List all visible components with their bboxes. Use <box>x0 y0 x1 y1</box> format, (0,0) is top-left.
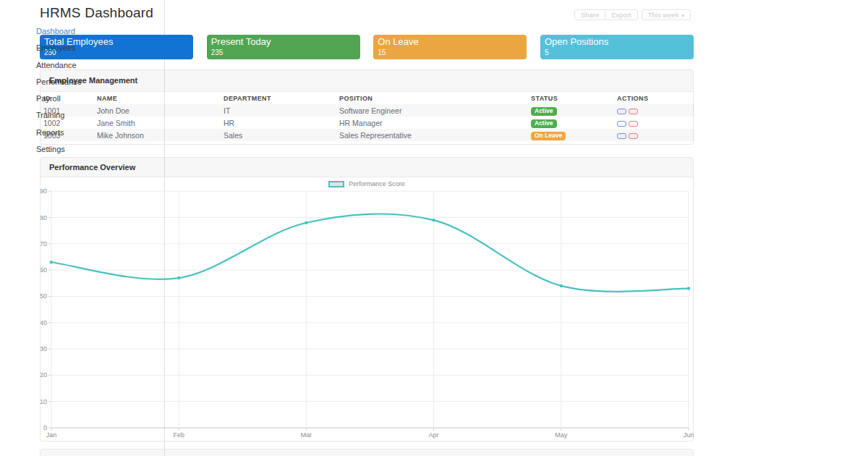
employee-table: IDNAMEDEPARTMENTPOSITIONSTATUSACTIONS 10… <box>41 92 694 141</box>
cell-position: Software Engineer <box>336 104 528 117</box>
table-row: 1001John DoeITSoftware EngineerActive <box>41 104 694 117</box>
cell-status: Active <box>528 117 614 129</box>
performance-overview-card: Performance Overview Performance Score 0… <box>40 157 694 442</box>
svg-text:Jun: Jun <box>684 431 694 439</box>
svg-text:80: 80 <box>41 214 47 221</box>
stat-card-title: Present Today <box>211 36 356 47</box>
export-button[interactable]: Export <box>605 9 637 20</box>
employee-management-card: Employee Management IDNAMEDEPARTMENTPOSI… <box>40 69 694 145</box>
performance-overview-title: Performance Overview <box>41 158 693 177</box>
employee-table-head: IDNAMEDEPARTMENTPOSITIONSTATUSACTIONS <box>41 92 694 104</box>
svg-text:Mar: Mar <box>301 431 312 439</box>
svg-text:60: 60 <box>41 266 47 274</box>
svg-text:Feb: Feb <box>173 431 184 439</box>
period-dropdown-label: This week <box>648 11 679 19</box>
svg-text:50: 50 <box>41 292 47 300</box>
cell-name: Jane Smith <box>94 117 221 129</box>
chevron-down-icon: ▾ <box>681 13 684 18</box>
svg-text:0: 0 <box>43 424 47 431</box>
cell-actions <box>614 117 694 129</box>
delete-button[interactable] <box>629 109 638 114</box>
stat-card-title: Open Positions <box>545 36 689 47</box>
cell-position: Sales Representative <box>336 129 528 141</box>
sidebar-item-reports[interactable]: Reports <box>36 124 82 141</box>
column-header-actions: ACTIONS <box>614 92 694 104</box>
employee-table-header-row: IDNAMEDEPARTMENTPOSITIONSTATUSACTIONS <box>41 92 694 104</box>
cell-actions <box>614 129 694 141</box>
delete-button[interactable] <box>629 121 638 127</box>
bottom-card-clipped <box>40 449 694 456</box>
status-badge: Active <box>531 119 557 128</box>
stat-card-value: 15 <box>378 48 522 57</box>
employee-table-body: 1001John DoeITSoftware EngineerActive100… <box>41 104 694 141</box>
edit-button[interactable] <box>617 109 626 114</box>
column-header-status: STATUS <box>528 92 614 104</box>
sidebar-item-performance[interactable]: Performance <box>36 74 82 90</box>
status-badge: On Leave <box>531 132 566 140</box>
performance-line-chart: 0102030405060708090JanFebMarAprMayJun <box>41 177 694 442</box>
sidebar-nav: DashboardEmployeesAttendancePerformanceP… <box>36 23 82 158</box>
share-button[interactable]: Share <box>574 9 605 20</box>
page-title: HRMS Dashboard <box>40 5 153 21</box>
svg-text:40: 40 <box>41 319 47 326</box>
column-header-position: POSITION <box>336 92 528 104</box>
sidebar-item-settings[interactable]: Settings <box>36 141 82 158</box>
cell-status: On Leave <box>528 129 614 141</box>
edit-button[interactable] <box>617 121 626 127</box>
cell-position: HR Manager <box>336 117 528 129</box>
delete-button[interactable] <box>629 133 638 139</box>
cell-department: IT <box>221 104 336 117</box>
stat-card-title: On Leave <box>378 36 522 47</box>
svg-text:10: 10 <box>41 398 47 405</box>
stat-card-value: 5 <box>545 48 689 57</box>
svg-text:70: 70 <box>41 240 47 248</box>
svg-text:Jan: Jan <box>46 431 57 439</box>
sidebar-item-payroll[interactable]: Payroll <box>36 90 82 107</box>
cell-actions <box>614 104 694 117</box>
sidebar-item-dashboard[interactable]: Dashboard <box>36 23 82 40</box>
table-row: 1002Jane SmithHRHR ManagerActive <box>41 117 694 129</box>
sidebar-item-training[interactable]: Training <box>36 107 82 124</box>
bottom-card-header <box>41 449 693 456</box>
svg-text:20: 20 <box>41 371 47 379</box>
svg-text:May: May <box>555 431 568 439</box>
cell-department: HR <box>221 117 336 129</box>
svg-text:30: 30 <box>41 345 47 352</box>
stat-card-on-leave: On Leave15 <box>373 35 527 59</box>
cell-status: Active <box>528 104 614 117</box>
stat-card-value: 235 <box>211 48 356 57</box>
cell-department: Sales <box>221 129 336 141</box>
sidebar-item-attendance[interactable]: Attendance <box>36 57 82 74</box>
stat-card-open-positions: Open Positions5 <box>540 35 694 59</box>
stat-card-present-today: Present Today235 <box>207 35 360 59</box>
column-header-name: NAME <box>94 92 221 104</box>
employee-management-title: Employee Management <box>41 70 693 92</box>
header-toolbar: Share Export This week▾ <box>574 9 691 20</box>
svg-text:90: 90 <box>41 187 47 195</box>
cell-name: Mike Johnson <box>94 129 221 141</box>
stat-cards-row: Total Employees250Present Today235On Lea… <box>40 35 694 59</box>
status-badge: Active <box>531 107 557 116</box>
svg-text:Apr: Apr <box>429 431 439 439</box>
cell-name: John Doe <box>94 104 221 117</box>
sidebar-item-employees[interactable]: Employees <box>36 40 82 56</box>
period-dropdown[interactable]: This week▾ <box>642 9 691 20</box>
edit-button[interactable] <box>617 133 626 139</box>
column-header-department: DEPARTMENT <box>221 92 336 104</box>
table-row: 1003Mike JohnsonSalesSales Representativ… <box>41 129 694 141</box>
